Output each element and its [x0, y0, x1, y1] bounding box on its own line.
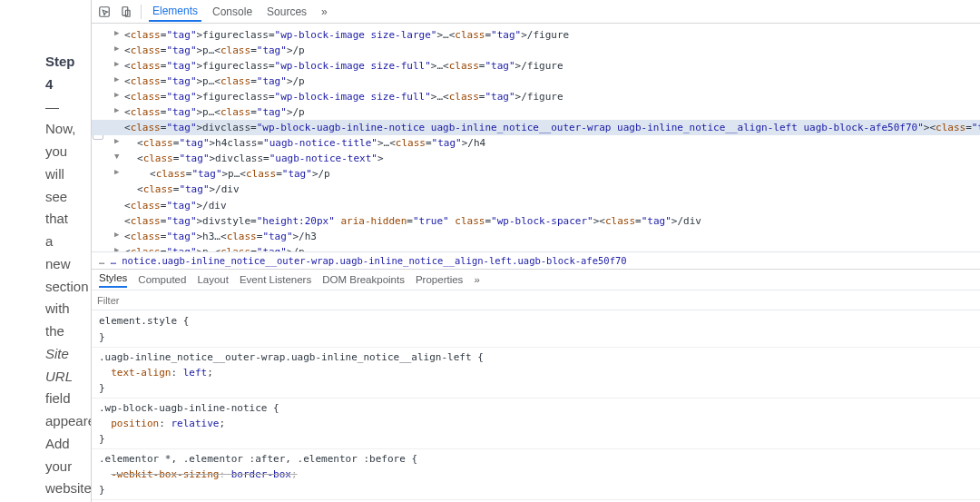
step4-label: Step 4 [45, 54, 75, 92]
subtab-event-listeners[interactable]: Event Listeners [240, 274, 311, 285]
tab-sources[interactable]: Sources [263, 2, 310, 21]
article-pane: + Add Platform Discard Save changes Step… [0, 0, 91, 502]
styles-filter-row[interactable]: :hov .cls + [92, 290, 980, 310]
tabs-overflow[interactable]: » [318, 2, 331, 21]
subtab-dom-breakpoints[interactable]: DOM Breakpoints [322, 274, 405, 285]
dom-tree[interactable]: ▶<class="tag">figureclass="wp-block-imag… [92, 24, 980, 251]
styles-panel[interactable]: element.style {}?utm_source…=-plugin:128… [92, 310, 980, 502]
subtab-styles[interactable]: Styles [99, 272, 127, 288]
subtab-layout[interactable]: Layout [197, 274, 229, 285]
subtabs-overflow[interactable]: » [474, 274, 479, 285]
devtools-pane: Elements Console Sources » 2 ⋯ ▶<class="… [91, 0, 980, 502]
device-toggle-icon[interactable] [119, 5, 133, 19]
inspect-icon[interactable] [97, 5, 112, 19]
subtab-properties[interactable]: Properties [416, 274, 463, 285]
tab-elements[interactable]: Elements [149, 1, 201, 22]
breadcrumb[interactable]: … … notice.uagb-inline_notice__outer-wra… [92, 251, 980, 269]
subtab-computed[interactable]: Computed [138, 274, 186, 285]
styles-tabbar[interactable]: Styles Computed Layout Event Listeners D… [92, 269, 980, 290]
devtools-tabbar[interactable]: Elements Console Sources » 2 [92, 0, 980, 24]
tab-console[interactable]: Console [209, 2, 256, 21]
filter-input[interactable] [97, 295, 188, 306]
